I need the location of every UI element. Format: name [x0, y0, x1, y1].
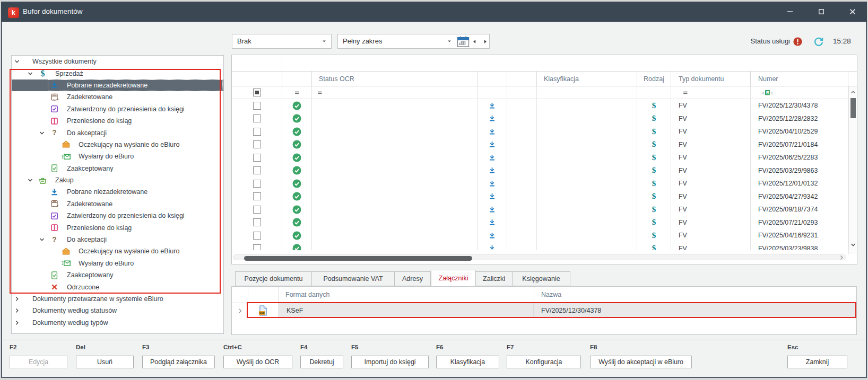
row-checkbox[interactable] [253, 180, 261, 188]
table-row[interactable]: $ FV FV/2025/03/23/9838 [232, 242, 848, 251]
tree-item[interactable]: Odrzucone [12, 281, 223, 293]
tree-item[interactable]: Wszystkie dokumenty [12, 56, 223, 67]
column-header[interactable]: Numer [751, 72, 848, 86]
table-row[interactable]: $ FV FV/2025/09/18/7374 [232, 203, 848, 216]
close-button[interactable] [844, 4, 862, 19]
tab[interactable]: Załączniki [431, 270, 476, 286]
next-range-icon[interactable] [482, 39, 488, 45]
tab[interactable]: Zaliczki [476, 271, 513, 286]
tab[interactable]: Adresy [395, 271, 431, 286]
refresh-icon[interactable] [813, 37, 824, 47]
tree-item[interactable]: Oczekujący na wysłanie do eBiuro [12, 245, 223, 257]
tab[interactable]: Księgowanie [513, 271, 570, 286]
tab[interactable]: Podsumowanie VAT [312, 271, 395, 286]
attachments-column-name[interactable]: Nazwa [541, 287, 561, 303]
column-header[interactable]: Typ dokumentu [671, 72, 751, 86]
row-checkbox[interactable] [253, 166, 261, 174]
table-row[interactable]: $ FV FV/2025/03/29/9863 [232, 164, 848, 178]
abc-icon[interactable] [761, 89, 774, 96]
scroll-right-icon[interactable] [838, 254, 845, 261]
equals-icon[interactable] [293, 89, 301, 96]
expand-row-icon[interactable] [232, 303, 248, 318]
row-checkbox[interactable] [253, 102, 261, 110]
tree-item[interactable]: Zatwierdzony do przeniesienia do księgi [12, 103, 223, 115]
action-button[interactable]: Usuń [76, 356, 134, 368]
chevron-down-icon[interactable] [38, 129, 46, 137]
equals-icon[interactable] [316, 89, 324, 96]
tree-item[interactable]: Pobrane niezadekretowane [12, 186, 223, 198]
row-checkbox[interactable] [253, 218, 261, 226]
chevron-right-icon[interactable] [13, 295, 21, 303]
tree-item[interactable]: Wysłany do eBiuro [12, 258, 223, 269]
chevron-down-icon[interactable] [322, 39, 327, 44]
tree-item[interactable]: Dokumenty według statusów [12, 305, 223, 316]
vertical-scrollbar[interactable] [848, 86, 857, 254]
table-row[interactable]: $ FV FV/2025/04/27/9342 [232, 190, 848, 204]
column-header[interactable]: Status OCR [312, 72, 478, 86]
table-row[interactable]: $ FV FV/2025/04/16/9231 [232, 229, 848, 242]
table-row[interactable]: $ FV FV/2025/04/10/2529 [232, 125, 848, 138]
row-checkbox[interactable] [253, 154, 261, 162]
row-checkbox[interactable] [253, 206, 261, 214]
column-header[interactable] [282, 72, 312, 86]
alert-icon[interactable] [793, 37, 802, 46]
tree-item[interactable]: Dokumenty według typów [12, 317, 223, 329]
scroll-down-icon[interactable] [849, 241, 857, 249]
chevron-down-icon[interactable] [38, 236, 46, 243]
tree-item[interactable]: Sprzedaż [12, 67, 223, 79]
filter-combobox[interactable]: Brak [232, 34, 332, 49]
tree-item[interactable]: Zakup [12, 174, 223, 186]
tree-item[interactable]: Do akceptacji [12, 234, 223, 245]
row-checkbox[interactable] [253, 114, 261, 122]
table-row[interactable]: $ FV FV/2025/12/30/4378 [232, 99, 848, 112]
chevron-right-icon[interactable] [13, 307, 21, 314]
action-button[interactable]: Konfiguracja [507, 356, 581, 368]
row-checkbox[interactable] [253, 140, 261, 148]
column-header[interactable] [507, 72, 537, 86]
tree-item[interactable]: Do akceptacji [12, 127, 223, 138]
column-header[interactable]: Klasyfikacja [537, 72, 637, 86]
attachment-row[interactable]: KSeF FV/2025/12/30/4378 [232, 303, 856, 318]
tree-item[interactable]: Zaakceptowany [12, 269, 223, 281]
attachments-column-format[interactable]: Format danych [285, 287, 329, 303]
tree-item[interactable]: Dokumenty przetwarzane w systemie eBiuro [12, 293, 223, 305]
column-header[interactable]: Rodzaj [637, 72, 671, 86]
equals-icon[interactable] [682, 89, 689, 96]
row-checkbox[interactable] [253, 192, 261, 200]
horizontal-scrollbar-thumb[interactable] [244, 256, 472, 261]
tree-item[interactable]: Zatwierdzony do przeniesienia do księgi [12, 210, 223, 222]
chevron-down-icon[interactable] [27, 70, 34, 77]
table-row[interactable]: $ FV FV/2025/07/21/0293 [232, 216, 848, 229]
vertical-scrollbar-thumb[interactable] [850, 98, 856, 118]
scroll-up-icon[interactable] [849, 89, 857, 96]
tree-item[interactable]: Zadekretowane [12, 198, 223, 210]
tree-item[interactable]: Wysłany do eBiuro [12, 151, 223, 162]
table-row[interactable]: $ FV FV/2025/12/28/2832 [232, 112, 848, 126]
calendar-icon[interactable] [457, 36, 470, 47]
action-button[interactable]: Zamknij [787, 356, 847, 368]
tab[interactable]: Pozycje dokumentu [235, 271, 312, 286]
action-button[interactable]: Wyślij do akceptacji w eBiuro [590, 356, 692, 368]
action-button[interactable]: Klasyfikacja [436, 356, 499, 368]
previous-range-icon[interactable] [472, 39, 478, 45]
table-row[interactable]: $ FV FV/2025/07/21/0184 [232, 138, 848, 152]
tree-item[interactable]: Przeniesione do ksiąg [12, 222, 223, 233]
table-row[interactable]: $ FV FV/2025/12/01/0132 [232, 177, 848, 190]
tree-item[interactable]: Zaakceptowany [12, 163, 223, 174]
chevron-down-icon[interactable] [447, 39, 452, 44]
action-button[interactable]: Importuj do księgi [351, 356, 429, 368]
tree-item[interactable]: Oczekujący na wysłanie do eBiuro [12, 139, 223, 151]
date-range-combobox[interactable]: Pełny zakres [337, 34, 490, 49]
horizontal-scrollbar-track[interactable] [233, 254, 846, 260]
row-checkbox[interactable] [253, 128, 261, 136]
action-button[interactable]: Edycja [10, 356, 67, 368]
table-row[interactable]: $ FV FV/2025/06/25/2283 [232, 151, 848, 164]
tree-item[interactable]: Zadekretowane [12, 91, 223, 103]
horizontal-scrollbar[interactable] [232, 254, 857, 261]
tree-item[interactable]: Pobrane niezadekretowane [12, 79, 223, 91]
action-button[interactable]: Dekretuj [300, 356, 343, 368]
chevron-down-icon[interactable] [13, 58, 21, 65]
maximize-button[interactable] [812, 4, 830, 19]
action-button[interactable]: Podgląd załącznika [142, 356, 215, 368]
column-header[interactable] [232, 72, 282, 86]
